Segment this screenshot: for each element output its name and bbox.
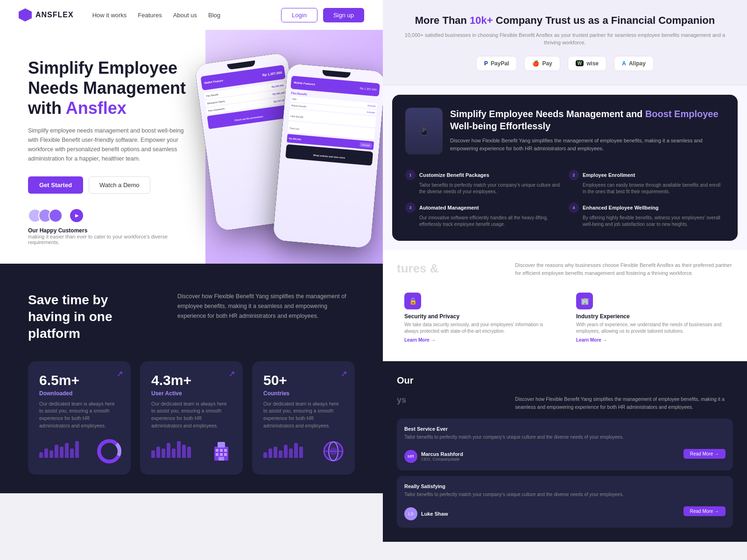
testimonial-card-1: Best Service Ever Tailor benefits to per…	[397, 419, 733, 470]
payment-logos: P PayPal 🍎 Pay W wise A Alipay	[402, 56, 728, 71]
nav-blog[interactable]: Blog	[208, 12, 220, 19]
why-card-desc-1: We take data security seriously, and you…	[404, 322, 554, 335]
why-card-title-2: Industry Experience	[576, 313, 726, 320]
nav-features[interactable]: Features	[138, 12, 162, 19]
hero-section: Simplify Employee Needs Management with …	[0, 30, 383, 264]
stat-arrow-3: ↗	[340, 369, 347, 379]
stat-number-2: 4.3m+	[151, 372, 232, 388]
feature-title-1: Customize Benefit Packages	[419, 172, 489, 178]
feature-desc-1: Tailor benefits to perfectly match your …	[419, 182, 561, 195]
svg-rect-11	[218, 457, 224, 461]
logo[interactable]: ANSFLEX	[19, 8, 74, 21]
feature-item-4: 4 Enhanced Employee Wellbeing By offerin…	[569, 203, 725, 228]
customers-info: Our Happy Customers making it easier tha…	[28, 227, 187, 245]
svg-rect-7	[224, 449, 227, 452]
login-button[interactable]: Login	[281, 8, 317, 22]
customers-row	[28, 209, 187, 223]
why-card-title-1: Security and Privacy	[404, 313, 554, 320]
nav-actions: Login Sign up	[281, 8, 364, 22]
why-card-security: 🔒 Security and Privacy We take data secu…	[397, 285, 561, 350]
stat-arrow-2: ↗	[228, 369, 235, 379]
why-card-industry: 🏢 Industry Experience With years of expe…	[569, 285, 733, 350]
mini-phone: 📱	[405, 108, 443, 154]
feature-desc-3: Our innovative software efficiently hand…	[419, 215, 561, 228]
stats-description: Discover how Flexible Benefit Yang simpl…	[177, 292, 355, 322]
hero-right: Wallet Feature Rp 1.307.000 Flex Benefit…	[205, 30, 383, 264]
stat-desc-2: Our dedicated team is always here to ass…	[151, 400, 232, 430]
signup-button[interactable]: Sign up	[323, 8, 364, 22]
read-more-btn-2[interactable]: Read More →	[684, 506, 726, 516]
feature-dark-desc: Discover how Flexible Benefit Yang simpl…	[450, 137, 725, 153]
customers-label: Our Happy Customers	[28, 227, 187, 234]
why-section: tures & Discover the reasons why busines…	[383, 250, 747, 361]
testimonial-label-1: Best Service Ever	[404, 426, 726, 432]
author-avatar-2: LS	[404, 507, 417, 520]
svg-rect-6	[220, 449, 223, 452]
watch-demo-button[interactable]: Watch a Demo	[89, 176, 150, 194]
hero-buttons: Get Started Watch a Demo	[28, 176, 187, 194]
feature-grid: 1 Customize Benefit Packages Tailor bene…	[405, 170, 725, 228]
feature-desc-4: By offering highly flexible benefits, wi…	[583, 215, 725, 228]
testimonial-author-2: LS Luke Shaw	[404, 507, 448, 520]
feature-dark-title: Simplify Employee Needs Management and B…	[450, 108, 725, 132]
stat-desc-3: Our dedicated team is always here to ass…	[263, 400, 344, 430]
nav-links: How it works Features About us Blog	[92, 12, 281, 19]
wise-logo: W wise	[568, 56, 606, 71]
author-avatar-1: MR	[404, 450, 417, 463]
why-title: tures &	[397, 261, 506, 276]
why-card-desc-2: With years of experience, we understand …	[576, 322, 726, 335]
building-icon	[207, 437, 235, 467]
logo-icon	[19, 8, 32, 21]
testimonial-intro: Discover how Flexible Benefit Yang simpl…	[515, 395, 733, 411]
feature-item-1: 1 Customize Benefit Packages Tailor bene…	[405, 170, 561, 195]
stat-card-downloaded: ↗ 6.5m+ Downloaded Our dedicated team is…	[28, 361, 131, 475]
stat-label-2: User Active	[151, 390, 232, 397]
security-icon: 🔒	[404, 293, 421, 309]
testimonial-desc-1: Tailor benefits to perfectly match your …	[404, 434, 726, 441]
read-more-btn-1[interactable]: Read More →	[684, 449, 726, 459]
stat-label-3: Countries	[263, 390, 344, 397]
avatar-3	[49, 209, 63, 223]
svg-rect-8	[216, 453, 218, 456]
svg-rect-4	[218, 442, 225, 448]
hero-title: Simplify Employee Needs Management with …	[28, 58, 187, 119]
svg-rect-10	[224, 453, 227, 456]
stat-desc-1: Our dedicated team is always here to ass…	[39, 400, 120, 430]
feature-num-3: 3	[405, 203, 416, 213]
phone-mockups: Wallet Feature Rp 1.307.000 Flex Benefit…	[215, 49, 374, 245]
testimonial-desc-2: Tailor benefits to perfectly match your …	[404, 491, 726, 498]
feature-num-1: 1	[405, 170, 416, 180]
svg-rect-9	[220, 453, 223, 456]
play-button[interactable]	[70, 209, 83, 222]
stat-arrow-1: ↗	[116, 369, 123, 379]
trust-title: More Than 10k+ Company Trust us as a Fin…	[402, 14, 728, 28]
feature-title-4: Enhanced Employee Wellbeing	[583, 205, 658, 210]
author-name-2: Luke Shaw	[421, 511, 448, 517]
stat-number-1: 6.5m+	[39, 372, 120, 388]
trust-section: More Than 10k+ Company Trust us as a Fin…	[383, 0, 747, 85]
testimonial-card-2: Really Satisfying Tailor benefits to per…	[397, 476, 733, 528]
author-name-1: Marcus Rashford	[421, 451, 463, 457]
nav-how-it-works[interactable]: How it works	[92, 12, 127, 19]
testimonial-section: Our ys Discover how Flexible Benefit Yan…	[383, 361, 747, 542]
customers-sub: making it easier than ever to cater to y…	[28, 234, 187, 245]
learn-more-2[interactable]: Learn More →	[576, 337, 726, 343]
stat-number-3: 50+	[263, 372, 344, 388]
globe-icon	[319, 437, 347, 467]
feature-dark-card: 📱 Simplify Employee Needs Management and…	[392, 95, 738, 241]
testimonial-author-1: MR Marcus Rashford CEO, Companystate	[404, 450, 463, 463]
applepay-logo: 🍎 Pay	[524, 56, 560, 71]
get-started-button[interactable]: Get Started	[28, 176, 83, 194]
testimonial-label-2: Really Satisfying	[404, 483, 726, 489]
navbar: ANSFLEX How it works Features About us B…	[0, 0, 383, 30]
paypal-logo: P PayPal	[476, 56, 517, 71]
nav-about[interactable]: About us	[173, 12, 197, 19]
why-desc: Discover the reasons why businesses choo…	[515, 261, 733, 278]
stats-header: Save time by having in one platform Disc…	[28, 292, 355, 343]
hero-left: Simplify Employee Needs Management with …	[0, 30, 205, 264]
svg-point-16	[330, 448, 337, 455]
learn-more-1[interactable]: Learn More →	[404, 337, 554, 343]
stats-title: Save time by having in one platform	[28, 292, 140, 343]
testimonial-cards: Best Service Ever Tailor benefits to per…	[397, 419, 733, 528]
customer-avatars	[28, 209, 59, 223]
